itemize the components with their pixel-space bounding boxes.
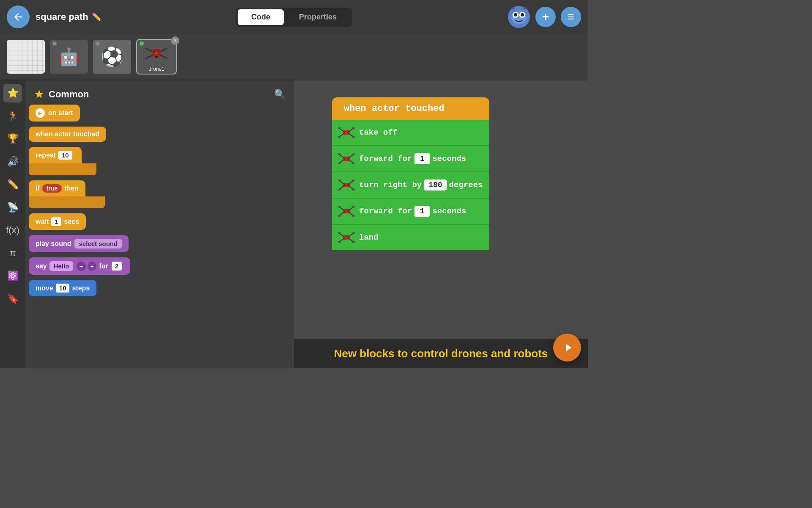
- actor-robot-container: 🤖: [50, 40, 88, 74]
- code-block-turn[interactable]: turn right by 180 degrees: [332, 171, 489, 198]
- trigger-block[interactable]: when actor touched: [332, 97, 489, 120]
- sidebar-icon-wireless[interactable]: 📡: [3, 198, 22, 217]
- tab-code[interactable]: Code: [238, 9, 284, 25]
- svg-point-5: [521, 13, 524, 17]
- move-input[interactable]: 10: [56, 284, 70, 293]
- sidebar-icon-common[interactable]: ⭐: [3, 84, 22, 102]
- if-condition[interactable]: true: [42, 184, 62, 193]
- wait-input[interactable]: 1: [51, 217, 61, 226]
- code-block-stack: take off: [332, 120, 489, 250]
- if-slot: [29, 196, 105, 208]
- code-block-forward2[interactable]: forward for 1 seconds: [332, 198, 489, 224]
- svg-point-62: [338, 241, 341, 243]
- avatar: [508, 6, 530, 28]
- top-right-controls: + ≡: [508, 6, 581, 28]
- svg-point-61: [351, 232, 355, 234]
- block-play-sound[interactable]: play sound select sound: [29, 235, 291, 252]
- repeat-input[interactable]: 10: [58, 151, 72, 160]
- svg-rect-9: [153, 49, 160, 52]
- sidebar-icon-atom[interactable]: ⚛️: [3, 267, 22, 285]
- actor-drone-card[interactable]: ✕: [136, 39, 177, 75]
- category-star-icon: ★: [34, 87, 44, 101]
- code-block-land[interactable]: land: [332, 224, 489, 250]
- drone-icon-land: [338, 229, 355, 246]
- svg-point-53: [338, 215, 341, 217]
- sound-select[interactable]: select sound: [74, 239, 122, 248]
- bottom-bar: New blocks to control drones and robots: [294, 339, 588, 368]
- code-block-forward1[interactable]: forward for 1 seconds: [332, 145, 489, 171]
- tab-properties[interactable]: Properties: [285, 9, 350, 25]
- sidebar-icon-function[interactable]: f(x): [3, 221, 22, 240]
- say-duration[interactable]: 2: [112, 262, 122, 271]
- svg-point-42: [338, 179, 341, 181]
- main-area: ⭐ 🏃 🏆 🔊 ✏️ 📡 f(x) π ⚛️ 🔖 ★ Common 🔍 ▶: [0, 80, 588, 368]
- forward1-input[interactable]: 1: [414, 153, 430, 164]
- sidebar-icon-bookmark[interactable]: 🔖: [3, 290, 22, 308]
- search-icon[interactable]: 🔍: [274, 89, 285, 100]
- svg-point-54: [351, 215, 355, 217]
- add-button[interactable]: +: [535, 7, 556, 27]
- svg-point-60: [338, 232, 341, 234]
- project-title: square path ✏️: [36, 11, 101, 22]
- actor-grid[interactable]: [7, 40, 45, 74]
- say-text[interactable]: Hello: [49, 261, 74, 271]
- play-fab-button[interactable]: [553, 334, 581, 362]
- svg-point-34: [351, 153, 355, 155]
- actor-dot-robot: [52, 41, 57, 46]
- actor-dot-drone: [140, 41, 144, 46]
- svg-rect-46: [343, 209, 350, 213]
- say-minus-btn[interactable]: −: [77, 262, 85, 271]
- sidebar-icon-motion[interactable]: 🏃: [3, 107, 22, 125]
- svg-rect-28: [343, 157, 350, 161]
- drone-image: [140, 41, 173, 65]
- svg-point-25: [351, 127, 355, 129]
- svg-point-15: [165, 46, 173, 49]
- svg-point-4: [514, 13, 517, 17]
- drone-icon-forward2: [338, 203, 355, 220]
- code-canvas: when actor touched: [294, 80, 588, 368]
- play-circle-icon: ▶: [36, 108, 45, 118]
- sidebar-icon-sound[interactable]: 🔊: [3, 152, 22, 171]
- sidebar-icon-pi[interactable]: π: [3, 244, 22, 262]
- block-wait[interactable]: wait 1 secs: [29, 213, 291, 230]
- block-on-start[interactable]: ▶ on start: [29, 105, 291, 121]
- drone-icon-takeoff: [338, 124, 355, 141]
- block-if[interactable]: if true then: [29, 180, 291, 208]
- svg-point-35: [338, 163, 341, 164]
- say-plus-btn[interactable]: +: [88, 262, 96, 271]
- drone-icon-turn: [338, 177, 355, 193]
- svg-point-36: [351, 163, 355, 164]
- sidebar-icon-pen[interactable]: ✏️: [3, 175, 22, 194]
- main-block-stack: when actor touched: [332, 97, 489, 250]
- block-move[interactable]: move 10 steps: [29, 280, 291, 296]
- sidebar-icon-trophy[interactable]: 🏆: [3, 130, 22, 148]
- turn-input[interactable]: 180: [424, 179, 446, 190]
- block-when-actor-touched[interactable]: when actor touched: [29, 127, 291, 142]
- panel-header: ★ Common 🔍: [29, 84, 291, 105]
- actor-close-btn[interactable]: ✕: [171, 36, 179, 45]
- actor-drone-container: ✕: [136, 39, 177, 75]
- svg-point-16: [140, 58, 148, 61]
- bottom-message: New blocks to control drones and robots: [334, 347, 548, 360]
- forward2-input[interactable]: 1: [414, 206, 430, 217]
- svg-point-27: [351, 136, 355, 138]
- sidebar-icon-strip: ⭐ 🏃 🏆 🔊 ✏️ 📡 f(x) π ⚛️ 🔖: [0, 80, 25, 368]
- svg-point-63: [351, 241, 355, 243]
- actor-ball-container: ⚽: [93, 40, 131, 74]
- actor-drone-label: drone1: [139, 66, 174, 72]
- svg-point-51: [338, 206, 341, 207]
- svg-point-33: [338, 153, 341, 155]
- svg-point-44: [338, 189, 341, 190]
- edit-icon[interactable]: ✏️: [92, 12, 101, 22]
- category-title: Common: [49, 89, 270, 100]
- svg-point-17: [165, 58, 173, 61]
- actor-dot-ball: [96, 41, 100, 46]
- block-repeat[interactable]: repeat 10: [29, 147, 291, 175]
- svg-rect-55: [343, 235, 350, 240]
- code-block-takeoff[interactable]: take off: [332, 120, 489, 145]
- block-say[interactable]: say Hello − + for 2: [29, 257, 291, 275]
- back-button[interactable]: [7, 6, 30, 28]
- svg-point-24: [338, 127, 341, 129]
- repeat-slot: [29, 163, 96, 175]
- menu-button[interactable]: ≡: [561, 7, 581, 27]
